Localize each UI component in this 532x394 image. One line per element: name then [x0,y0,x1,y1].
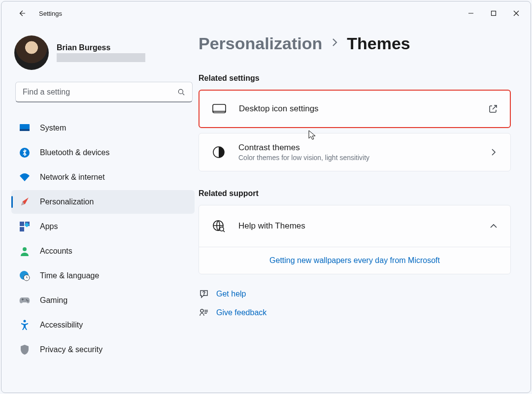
desktop-icon [211,101,227,117]
back-button[interactable] [15,6,29,20]
bluetooth-icon [19,147,30,158]
svg-rect-1 [492,11,496,16]
avatar [14,35,49,70]
sidebar-item-privacy[interactable]: Privacy & security [11,338,195,361]
svg-point-16 [26,299,28,301]
sidebar-item-gaming[interactable]: Gaming [11,289,195,312]
titlebar: Settings [1,1,531,25]
support-link-row: Getting new wallpapers every day from Mi… [199,247,510,274]
related-settings-section: Related settings Desktop icon settings [199,74,511,171]
gamepad-icon [19,295,30,306]
page-title: Themes [347,34,410,53]
display-icon [19,123,30,133]
profile-email-redacted [57,53,145,62]
footer-links: Get help Give feedback [199,289,511,328]
globe-search-icon [211,218,227,234]
sidebar-item-label: Gaming [40,296,67,305]
open-external-icon [487,104,499,113]
svg-point-25 [203,295,204,295]
sidebar-item-label: Privacy & security [40,345,102,354]
apps-icon [19,221,30,232]
section-heading: Related settings [199,74,511,83]
minimize-button[interactable] [460,5,482,21]
person-icon [19,246,30,257]
main: Personalization Themes Related settings … [199,25,531,393]
sidebar-item-label: Personalization [40,197,94,206]
sidebar-item-bluetooth[interactable]: Bluetooth & devices [11,141,195,164]
sidebar: Brian Burgess System Bluetooth & devices [1,25,199,393]
sidebar-item-label: Bluetooth & devices [40,148,109,157]
sidebar-item-apps[interactable]: Apps [11,215,195,238]
link-label: Give feedback [216,308,266,317]
app-title: Settings [39,10,62,17]
card-subtitle: Color themes for low vision, light sensi… [238,154,488,162]
give-feedback-link[interactable]: Give feedback [199,308,511,318]
close-icon [513,10,519,16]
breadcrumb: Personalization Themes [199,34,511,53]
svg-point-17 [27,300,29,302]
support-link[interactable]: Getting new wallpapers every day from Mi… [269,256,440,264]
svg-line-24 [223,230,225,232]
paintbrush-icon [19,197,30,207]
desktop-icon-settings-card[interactable]: Desktop icon settings [199,90,511,128]
globe-clock-icon [19,270,30,281]
card-title: Desktop icon settings [239,104,487,114]
breadcrumb-parent[interactable]: Personalization [199,34,322,53]
sidebar-item-label: Apps [40,222,58,231]
close-button[interactable] [505,5,528,21]
sidebar-item-accessibility[interactable]: Accessibility [11,313,195,337]
svg-rect-7 [20,129,30,131]
help-chat-icon [199,289,209,299]
help-with-themes-toggle[interactable]: Help with Themes [199,205,510,247]
sidebar-item-network[interactable]: Network & internet [11,165,195,189]
sidebar-item-label: System [40,124,66,132]
help-with-themes-card: Help with Themes Getting new wallpapers … [199,205,511,274]
shield-icon [19,344,30,355]
sidebar-item-label: Time & language [40,271,99,280]
chevron-right-icon [331,37,338,50]
search-icon [177,88,186,97]
related-support-section: Related support Help with Themes [199,189,511,274]
sidebar-item-system[interactable]: System [11,116,195,140]
get-help-link[interactable]: Get help [199,289,511,299]
nav: System Bluetooth & devices Network & int… [11,116,195,361]
sidebar-item-personalization[interactable]: Personalization [11,190,195,214]
maximize-icon [491,10,497,16]
svg-point-26 [200,309,203,312]
svg-point-23 [220,227,224,231]
sidebar-item-label: Network & internet [40,173,105,182]
svg-line-5 [183,94,184,95]
chevron-right-icon [488,148,499,157]
sidebar-item-label: Accounts [40,247,72,256]
feedback-icon [199,308,209,318]
svg-point-13 [23,247,27,251]
link-label: Get help [216,290,246,298]
profile-block[interactable]: Brian Burgess [11,33,195,70]
profile-name: Brian Burgess [57,43,145,52]
svg-rect-11 [20,227,24,231]
sidebar-item-time-language[interactable]: Time & language [11,264,195,288]
minimize-icon [468,10,474,16]
svg-rect-9 [20,222,24,226]
contrast-themes-card[interactable]: Contrast themes Color themes for low vis… [199,133,511,171]
chevron-up-icon [488,223,499,229]
sidebar-item-label: Accessibility [40,321,83,329]
sidebar-item-accounts[interactable]: Accounts [11,239,195,263]
search-input[interactable] [15,82,193,102]
contrast-icon [211,144,227,160]
svg-point-18 [24,320,26,323]
svg-point-4 [178,89,183,94]
maximize-button[interactable] [482,5,505,21]
card-title: Help with Themes [238,221,488,231]
wifi-icon [19,172,30,183]
arrow-left-icon [18,9,27,18]
card-title: Contrast themes [238,143,488,153]
section-heading: Related support [199,189,511,198]
accessibility-icon [19,320,30,330]
